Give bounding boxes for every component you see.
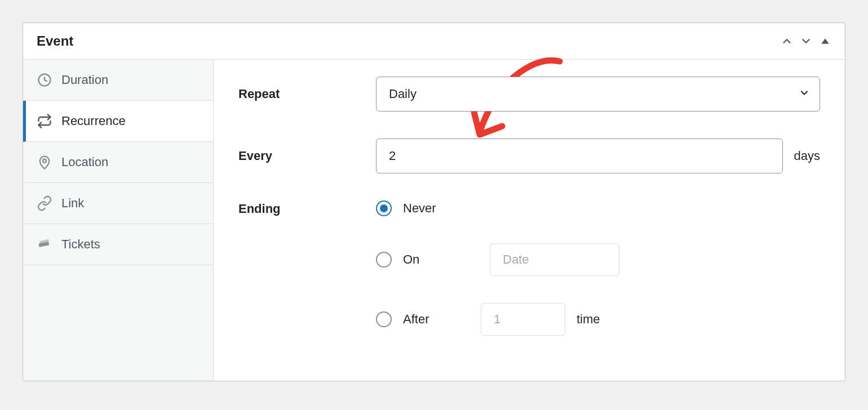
sidebar-item-tickets[interactable]: Tickets bbox=[23, 224, 213, 265]
repeat-label: Repeat bbox=[238, 87, 376, 101]
card-header-controls bbox=[781, 35, 831, 47]
repeat-select-value: Daily bbox=[389, 87, 417, 101]
ending-never-label: Never bbox=[403, 201, 465, 216]
sidebar-item-label: Recurrence bbox=[61, 114, 126, 128]
event-settings-card: Event Duration bbox=[23, 23, 845, 381]
radio-icon[interactable] bbox=[376, 252, 392, 268]
radio-icon[interactable] bbox=[376, 311, 392, 327]
ending-after-count-input[interactable] bbox=[481, 303, 565, 336]
sidebar-item-recurrence[interactable]: Recurrence bbox=[23, 101, 213, 142]
ending-option-never[interactable]: Never bbox=[376, 200, 619, 216]
sidebar-item-label: Tickets bbox=[61, 237, 100, 252]
tickets-icon bbox=[37, 237, 52, 252]
ending-on-label: On bbox=[403, 252, 465, 267]
sidebar: Duration Recurrence Location Link bbox=[23, 60, 214, 381]
ending-label: Ending bbox=[238, 200, 376, 216]
card-body: Duration Recurrence Location Link bbox=[23, 60, 845, 381]
radio-icon[interactable] bbox=[376, 200, 392, 216]
every-label: Every bbox=[238, 149, 376, 163]
ending-after-suffix: time bbox=[577, 312, 600, 327]
ending-row: Ending Never On After bbox=[238, 200, 820, 336]
recurrence-panel: Repeat Daily Every days bbox=[214, 60, 845, 381]
chevron-down-icon bbox=[799, 87, 810, 101]
sidebar-item-link[interactable]: Link bbox=[23, 183, 213, 224]
sidebar-item-location[interactable]: Location bbox=[23, 142, 213, 183]
move-up-icon[interactable] bbox=[781, 35, 793, 47]
ending-option-on[interactable]: On bbox=[376, 243, 619, 276]
link-icon bbox=[37, 195, 52, 211]
ending-option-after[interactable]: After time bbox=[376, 303, 619, 336]
move-down-icon[interactable] bbox=[800, 35, 812, 47]
repeat-select[interactable]: Daily bbox=[376, 77, 820, 112]
svg-point-2 bbox=[43, 159, 46, 163]
card-header: Event bbox=[23, 23, 845, 60]
ending-after-label: After bbox=[403, 312, 465, 327]
location-icon bbox=[37, 154, 52, 170]
collapse-icon[interactable] bbox=[819, 35, 831, 47]
every-row: Every days bbox=[238, 139, 820, 173]
sidebar-item-label: Duration bbox=[61, 73, 108, 87]
repeat-row: Repeat Daily bbox=[238, 77, 820, 112]
repeat-icon bbox=[37, 113, 52, 129]
svg-marker-0 bbox=[821, 38, 829, 43]
ending-on-date-input[interactable] bbox=[490, 243, 619, 276]
ending-radio-group: Never On After time bbox=[376, 200, 619, 336]
clock-icon bbox=[37, 72, 52, 88]
every-suffix: days bbox=[794, 149, 820, 163]
sidebar-item-label: Link bbox=[61, 196, 84, 211]
every-input[interactable] bbox=[376, 139, 783, 173]
sidebar-item-duration[interactable]: Duration bbox=[23, 60, 213, 101]
sidebar-item-label: Location bbox=[61, 155, 108, 170]
card-title: Event bbox=[37, 33, 73, 49]
